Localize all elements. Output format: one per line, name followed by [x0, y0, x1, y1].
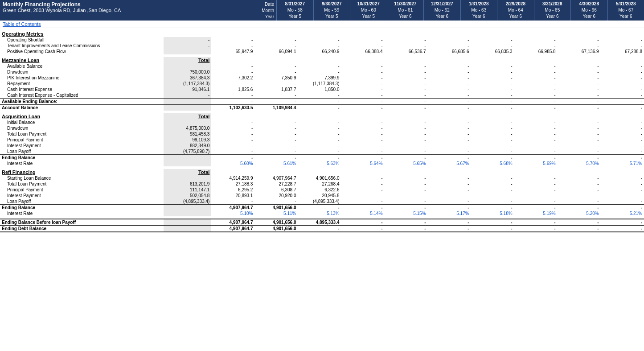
acq-row-5: Loan Payoff(4,775,890.7)----------	[0, 149, 644, 155]
header-col-2: 10/31/2027Mo - 60Year 5	[350, 0, 387, 21]
om-data-1-7: -	[514, 43, 558, 49]
mezz-row-4: Cash Interest Expense91,846.11,825.61,83…	[0, 87, 644, 92]
mezz-row-3: Repayment(1,117,384.3)--(1,117,384.3)---…	[0, 81, 644, 87]
om-data-2-0: 65,947.9	[211, 49, 254, 54]
om-label-1: Tenant Improvements and Lease Commission…	[0, 43, 164, 49]
om-label-0: Operating Shortfall	[0, 37, 164, 43]
om-data-1-4: -	[385, 43, 428, 49]
acq-row-3: Principal Payment99,109.3----------	[0, 137, 644, 143]
om-data-2-1: 66,094.1	[254, 49, 298, 54]
header-left: Monthly Financing Projections Green Ches…	[0, 0, 241, 21]
om-data-0-9: -	[601, 37, 644, 43]
om-data-1-3: -	[341, 43, 385, 49]
om-data-2-4: 66,536.7	[385, 49, 428, 54]
refi-row-2: Principal Payment111,147.16,295.26,308.7…	[0, 187, 644, 193]
header-col-9: 5/31/2028Mo - 67Year 6	[607, 0, 644, 21]
om-data-0-3: -	[341, 37, 385, 43]
om-data-0-2: -	[298, 37, 341, 43]
header-col-1: 9/30/2027Mo - 59Year 5	[313, 0, 350, 21]
meta-date: Date	[242, 2, 274, 7]
summary-before-payoff: Ending Balance Before loan Payoff4,907,9…	[0, 219, 644, 226]
om-data-1-2: -	[298, 43, 341, 49]
mezz-row-5: Cash Interest Expense - Capitalized-----…	[0, 92, 644, 99]
om-data-2-3: 66,388.4	[341, 49, 385, 54]
om-data-0-4: -	[385, 37, 428, 43]
om-data-2-2: 66,240.9	[298, 49, 341, 54]
om-data-0-0: -	[211, 37, 254, 43]
header-col-3: 11/30/2027Mo - 61Year 6	[387, 0, 424, 21]
om-data-2-5: 66,685.6	[428, 49, 471, 54]
main-table-container: Operating MetricsOperating Shortfall----…	[0, 28, 644, 232]
acq-row-1: Drawdown4,875,000.0----------	[0, 125, 644, 131]
header-col-8: 4/30/2028Mo - 66Year 6	[570, 0, 607, 21]
om-total-0: -	[164, 37, 212, 43]
om-data-2-7: 66,985.8	[514, 49, 558, 54]
om-row-0: Operating Shortfall-----------	[0, 37, 644, 43]
refi-section-header-row: Refi FinancingTotal	[0, 169, 644, 175]
acq-ending-balance: Ending Balance----------	[0, 155, 644, 161]
header-columns: 8/31/2027Mo - 58Year 59/30/2027Mo - 59Ye…	[276, 0, 644, 21]
om-data-2-8: 67,136.9	[558, 49, 601, 54]
refi-interest-rate: Interest Rate5.10%5.11%5.13%5.14%5.15%5.…	[0, 211, 644, 216]
mezz-section-header-row: Mezzanine LoanTotal	[0, 57, 644, 63]
acq-row-4: Interest Payment882,349.0----------	[0, 143, 644, 149]
mezz-available-ending: Available Ending Balance:----------	[0, 99, 644, 105]
om-data-0-6: -	[471, 37, 514, 43]
om-data-0-5: -	[428, 37, 471, 43]
om-data-1-1: -	[254, 43, 298, 49]
summary-debt-balance: Ending Debt Balance4,907,964.74,901,656.…	[0, 226, 644, 232]
om-data-1-5: -	[428, 43, 471, 49]
om-data-1-6: -	[471, 43, 514, 49]
header-meta: Date Month Year	[241, 0, 276, 21]
header-col-4: 12/31/2027Mo - 62Year 6	[423, 0, 460, 21]
mezz-row-1: Drawdown750,000.0----------	[0, 69, 644, 75]
refi-ending-balance: Ending Balance4,907,964.74,901,656.0----…	[0, 205, 644, 211]
acq-row-2: Total Loan Payment981,458.3----------	[0, 131, 644, 137]
om-data-1-0: -	[211, 43, 254, 49]
om-data-0-1: -	[254, 37, 298, 43]
om-total-2	[164, 49, 212, 54]
om-data-0-8: -	[558, 37, 601, 43]
header-col-6: 2/29/2028Mo - 64Year 6	[497, 0, 534, 21]
toc-link[interactable]: Table of Contents	[3, 21, 41, 27]
acq-interest-rate: Interest Rate5.60%5.61%5.63%5.64%5.65%5.…	[0, 161, 644, 166]
refi-row-0: Starting Loan Balance4,914,259.94,907,96…	[0, 175, 644, 181]
mezz-account-balance: Account Balance1,102,633.51,109,984.4---…	[0, 105, 644, 111]
om-row-2: Positive Operating Cash Flow65,947.966,0…	[0, 49, 644, 54]
om-label-2: Positive Operating Cash Flow	[0, 49, 164, 54]
toc-row: Table of Contents	[0, 21, 644, 28]
refi-row-4: Loan Payoff(4,895,333.4)--(4,895,333.4)-…	[0, 198, 644, 205]
header-col-7: 3/31/2028Mo - 65Year 6	[534, 0, 571, 21]
om-row-1: Tenant Improvements and Lease Commission…	[0, 43, 644, 49]
om-data-1-9: -	[601, 43, 644, 49]
acq-section-header-row: Acqusition LoanTotal	[0, 113, 644, 120]
om-data-2-9: 67,288.8	[601, 49, 644, 54]
om-data-2-6: 66,835.3	[471, 49, 514, 54]
mezz-row-0: Available Balance----------	[0, 63, 644, 69]
acq-row-0: Initial Balance----------	[0, 120, 644, 125]
meta-month: Month	[242, 8, 274, 13]
refi-row-1: Total Loan Payment613,201.927,188.327,22…	[0, 181, 644, 187]
mezz-row-2: PIK Interest on Mezzanine:367,384.37,302…	[0, 75, 644, 81]
refi-row-3: Interest Payment502,054.820,893.120,920.…	[0, 193, 644, 198]
om-data-0-7: -	[514, 37, 558, 43]
om-data-1-8: -	[558, 43, 601, 49]
header-col-0: 8/31/2027Mo - 58Year 5	[276, 0, 313, 21]
meta-year: Year	[242, 14, 274, 19]
spreadsheet-subtitle: Green Chest, 2803 Wynola RD, Julian ,San…	[3, 8, 238, 13]
main-table: Operating MetricsOperating Shortfall----…	[0, 28, 644, 232]
om-total-1: -	[164, 43, 212, 49]
operating-metrics-header-row: Operating Metrics	[0, 31, 644, 37]
header-col-5: 1/31/2028Mo - 63Year 6	[460, 0, 497, 21]
spreadsheet-title: Monthly Financing Projections	[3, 1, 238, 8]
spreadsheet-header: Monthly Financing Projections Green Ches…	[0, 0, 644, 21]
